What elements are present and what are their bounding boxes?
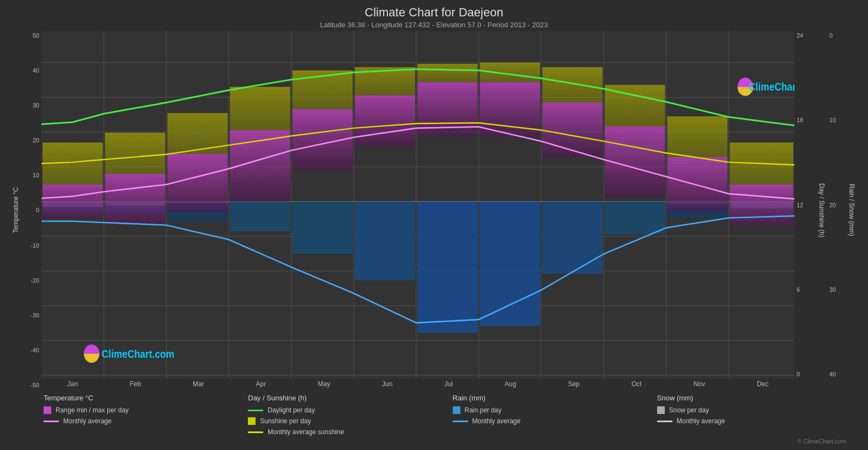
legend-temp-avg: Monthly average: [44, 417, 244, 425]
legend-snow-avg-label: Monthly average: [677, 417, 725, 425]
legend-temp-title: Temperature °C: [44, 394, 244, 402]
legend-daylight-label: Daylight per day: [268, 406, 315, 414]
legend-snow-box: [657, 406, 665, 414]
svg-rect-39: [43, 184, 103, 218]
legend-temp-avg-label: Monthly average: [63, 417, 112, 425]
legend-rain-title: Rain (mm): [453, 394, 653, 402]
y-axis-right-rain: 0 10 20 30 40: [827, 31, 846, 389]
chart-header: Climate Chart for Daejeon Latitude 36.38…: [11, 5, 857, 29]
svg-text:ClimeChart.com: ClimeChart.com: [102, 347, 174, 360]
page-wrapper: Climate Chart for Daejeon Latitude 36.38…: [0, 0, 868, 450]
legend-snow-avg-line: [657, 421, 672, 422]
svg-text:ClimeChart.com: ClimeChart.com: [749, 81, 794, 93]
legend-daylight: Daylight per day: [248, 406, 448, 414]
svg-rect-59: [542, 67, 603, 103]
copyright: © ClimeChart.com: [11, 438, 857, 445]
legend-snow: Snow (mm) Snow per day Monthly average: [657, 394, 857, 436]
svg-rect-30: [542, 201, 603, 273]
svg-rect-25: [230, 201, 290, 231]
svg-rect-53: [167, 113, 228, 154]
legend-rain-box: [453, 406, 460, 414]
main-chart-svg: ClimeChart.com ClimeChart.com: [41, 31, 794, 379]
y-axis-left-label: Temperature °C: [12, 187, 20, 233]
legend-temperature: Temperature °C Range min / max per day M…: [44, 394, 244, 436]
legend-sunshine: Day / Sunshine (h) Daylight per day Suns…: [248, 394, 448, 436]
chart-subtitle: Latitude 36.38 - Longitude 127.432 - Ele…: [11, 21, 857, 29]
svg-rect-31: [605, 201, 665, 234]
legend-sunshine-avg-label: Monthly average sunshine: [268, 428, 344, 436]
svg-rect-54: [230, 87, 290, 130]
legend-rain-avg-label: Monthly average: [472, 417, 521, 425]
legend-snow-bar: Snow per day: [657, 406, 857, 414]
legend-rain-bar: Rain per day: [453, 406, 653, 414]
legend-snow-bar-label: Snow per day: [669, 406, 709, 414]
y-axis-left-ticks: 50 40 30 20 10 0 -10 -20 -30 -40 -50: [21, 31, 41, 389]
legend-rain-avg: Monthly average: [453, 417, 653, 425]
legend-rain-avg-line: [453, 421, 468, 422]
legend-temp-range-label: Range min / max per day: [56, 406, 129, 414]
legend-sunshine-avg-line: [248, 431, 263, 433]
chart-title: Climate Chart for Daejeon: [11, 5, 857, 20]
legend-sunshine-box: [248, 417, 256, 425]
legend-sunshine-title: Day / Sunshine (h): [248, 394, 448, 402]
svg-rect-26: [293, 201, 353, 254]
y-axis-right-rain-label: Rain / Snow (mm): [848, 184, 855, 236]
legend-sunshine-bar: Sunshine per day: [248, 417, 448, 425]
svg-rect-28: [417, 201, 478, 332]
svg-rect-29: [480, 201, 541, 326]
svg-rect-57: [417, 64, 478, 82]
legend-rain: Rain (mm) Rain per day Monthly average: [453, 394, 653, 436]
legend-rain-bar-label: Rain per day: [465, 406, 502, 414]
y-axis-right-sunshine: 24 18 12 6 0: [794, 31, 816, 389]
x-axis-labels: Jan Feb Mar Apr May Jun Jul Aug Sep Oct …: [41, 379, 794, 389]
legend-temp-range-box: [44, 406, 51, 414]
svg-rect-47: [542, 103, 603, 157]
svg-rect-52: [105, 133, 166, 174]
legend-snow-title: Snow (mm): [657, 394, 857, 402]
legend-area: Temperature °C Range min / max per day M…: [11, 389, 857, 438]
svg-rect-40: [105, 174, 166, 224]
svg-rect-61: [667, 116, 728, 157]
svg-rect-49: [667, 157, 728, 212]
legend-temp-range: Range min / max per day: [44, 406, 244, 414]
legend-daylight-line: [248, 410, 263, 411]
legend-sunshine-avg: Monthly average sunshine: [248, 428, 448, 436]
svg-rect-27: [355, 201, 415, 280]
svg-rect-41: [167, 154, 228, 212]
svg-rect-50: [730, 184, 793, 225]
legend-sunshine-bar-label: Sunshine per day: [260, 417, 311, 425]
y-axis-right-sunshine-label: Day / Sunshine (h): [818, 183, 825, 237]
legend-snow-avg: Monthly average: [657, 417, 857, 425]
svg-rect-44: [355, 95, 415, 147]
legend-temp-avg-line: [44, 421, 59, 422]
